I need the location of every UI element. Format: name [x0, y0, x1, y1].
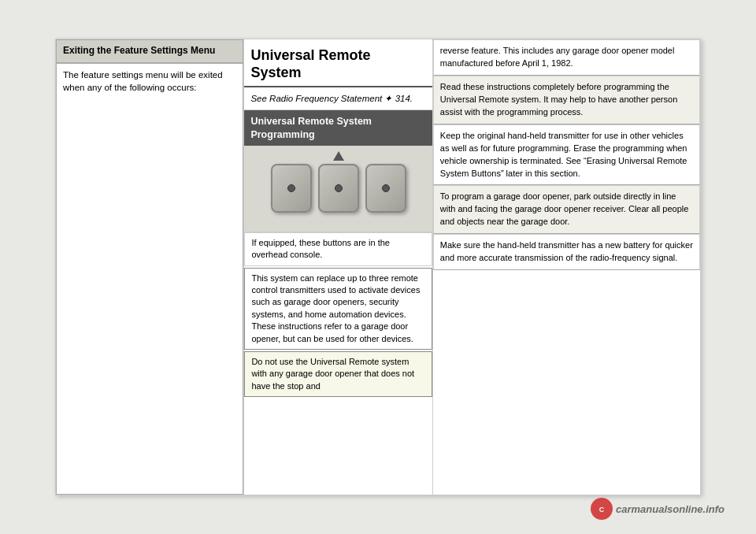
- remote-buttons-image: [244, 146, 432, 232]
- subsection-heading: Universal Remote System Programming: [244, 110, 432, 146]
- remote-button-left: [271, 164, 312, 213]
- right-text-4: To program a garage door opener, park ou…: [440, 191, 689, 226]
- right-box-3: Keep the original hand-held transmitter …: [433, 124, 700, 186]
- radio-freq-box: See Radio Frequency Statement ✦ 314.: [244, 87, 432, 110]
- left-heading-text: Exiting the Feature Settings Menu: [63, 45, 215, 56]
- right-box-2: Read these instructions completely befor…: [433, 76, 700, 124]
- subsection-heading-text: Universal Remote System Programming: [250, 116, 372, 139]
- logo-icon: C: [595, 502, 608, 515]
- watermark: C carmanualsonline.info: [591, 498, 724, 520]
- remote-button-center: [318, 164, 359, 213]
- watermark-logo: C: [591, 498, 613, 520]
- buttons-caption-box: If equipped, these buttons are in the ov…: [244, 232, 432, 266]
- button-dot-center: [335, 184, 343, 192]
- left-body-text: The feature settings menu will be exited…: [63, 70, 223, 92]
- system-replace-box: This system can replace up to three remo…: [244, 268, 432, 350]
- page-container: Exiting the Feature Settings Menu The fe…: [0, 0, 756, 534]
- watermark-text: carmanualsonline.info: [616, 503, 724, 515]
- svg-text:C: C: [599, 506, 605, 514]
- mid-title-line1: Universal Remote: [250, 47, 370, 63]
- right-text-2: Read these instructions completely befor…: [440, 82, 677, 117]
- mid-title-line2: System: [250, 65, 301, 80]
- button-dot-right: [382, 184, 390, 192]
- right-text-5: Make sure the hand-held transmitter has …: [440, 240, 693, 262]
- left-section-heading: Exiting the Feature Settings Menu: [56, 39, 243, 63]
- mid-title: Universal Remote System: [244, 39, 432, 87]
- middle-column: Universal Remote System See Radio Freque…: [244, 39, 432, 495]
- right-box-4: To program a garage door opener, park ou…: [433, 185, 700, 234]
- right-box-1: reverse feature. This includes any garag…: [433, 39, 700, 76]
- system-replace-text: This system can replace up to three remo…: [251, 273, 420, 343]
- left-column: Exiting the Feature Settings Menu The fe…: [56, 39, 244, 495]
- do-not-use-text: Do not use the Universal Remote system w…: [251, 357, 414, 391]
- triangle-icon: [333, 151, 344, 161]
- content-area: Exiting the Feature Settings Menu The fe…: [55, 39, 701, 495]
- buttons-caption-text: If equipped, these buttons are in the ov…: [251, 238, 390, 259]
- right-text-3: Keep the original hand-held transmitter …: [440, 131, 687, 178]
- right-text-1: reverse feature. This includes any garag…: [440, 46, 675, 68]
- right-column: reverse feature. This includes any garag…: [433, 39, 700, 495]
- left-section-body: The feature settings menu will be exited…: [56, 63, 243, 495]
- do-not-use-box: Do not use the Universal Remote system w…: [244, 351, 432, 397]
- radio-freq-text: See Radio Frequency Statement ✦ 314.: [250, 94, 413, 103]
- right-box-5: Make sure the hand-held transmitter has …: [433, 234, 700, 270]
- remote-button-right: [365, 164, 406, 213]
- button-dot-left: [287, 184, 295, 192]
